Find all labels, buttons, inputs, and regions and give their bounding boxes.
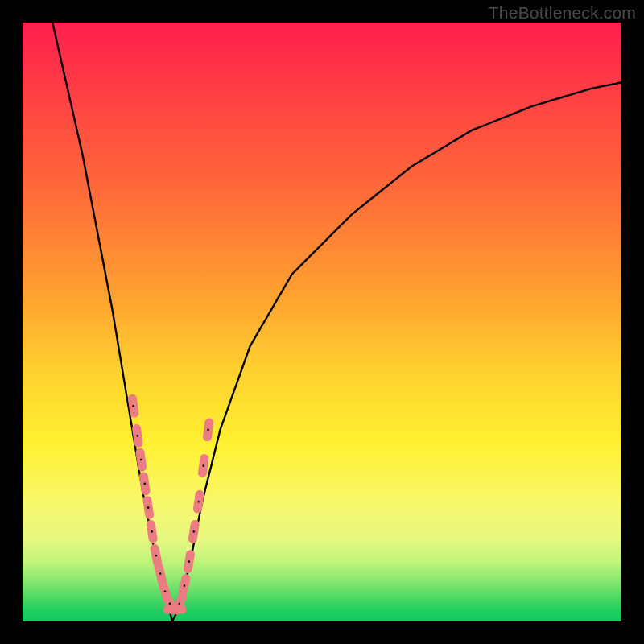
watermark-text: TheBottleneck.com — [489, 3, 636, 23]
chart-frame: TheBottleneck.com — [0, 0, 644, 644]
curve-marker-joint — [144, 483, 147, 485]
curve-marker-joint — [147, 506, 150, 509]
curve-layer — [23, 23, 621, 621]
curve-marker-joint — [164, 591, 167, 593]
curve-marker-joint — [193, 530, 196, 533]
curve-marker-joint — [137, 435, 139, 437]
curve-marker-joint — [140, 459, 142, 461]
curve-marker-joint — [155, 555, 158, 557]
curve-marker-joint — [132, 405, 134, 407]
curve-marker-joint — [151, 530, 153, 533]
curve-marker-joint — [169, 602, 171, 605]
curve-marker-joint — [197, 501, 200, 503]
curve-marker-joint — [159, 572, 162, 575]
curve-marker-joint — [184, 584, 186, 587]
curve-marker-joint — [188, 560, 191, 563]
curve-marker-joint — [207, 429, 209, 431]
curve-marker-joint — [179, 602, 181, 605]
curve-marker-joint — [202, 464, 204, 467]
bottleneck-curve — [52, 23, 621, 621]
